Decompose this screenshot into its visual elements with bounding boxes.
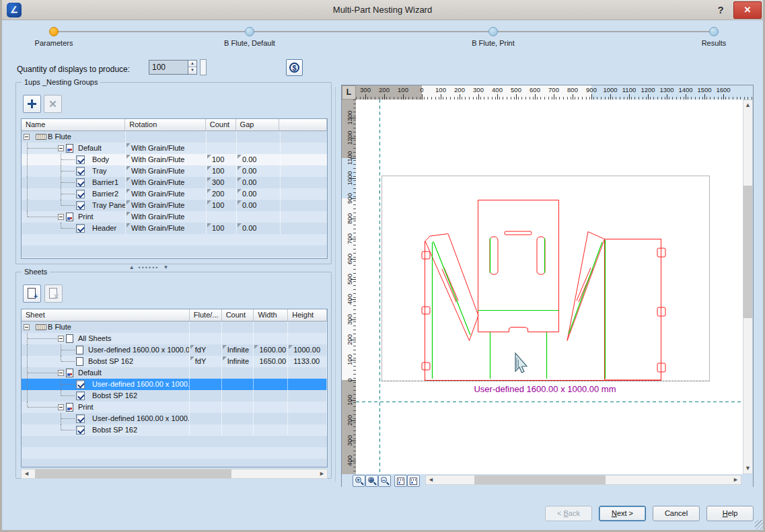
value-cell[interactable]: With Grain/Flute (126, 223, 207, 234)
scroll-right-icon[interactable]: ► (731, 476, 741, 484)
step-dot-bflute-default[interactable] (245, 27, 254, 36)
value-cell[interactable]: 1133.00 (288, 356, 327, 367)
value-cell[interactable] (237, 211, 281, 223)
value-cell[interactable]: fdY (190, 356, 222, 367)
help-button[interactable]: Help (706, 506, 754, 521)
scroll-left-icon[interactable]: ◄ (22, 469, 32, 478)
tree-expand-icon[interactable] (58, 214, 64, 220)
value-cell[interactable] (190, 424, 222, 436)
value-cell[interactable] (288, 321, 327, 333)
value-cell[interactable] (237, 143, 281, 154)
value-cell[interactable] (207, 131, 237, 143)
resize-grip[interactable] (755, 520, 764, 529)
value-cell[interactable]: With Grain/Flute (126, 200, 207, 211)
preview-hscrollbar[interactable]: ◄ ► (425, 475, 741, 485)
table-row[interactable]: Bobst SP 162 (22, 390, 327, 402)
table-row[interactable]: User-defined 1600.00 x 1000.00 mm (22, 413, 327, 424)
table-row[interactable]: Default (22, 367, 327, 379)
value-cell[interactable] (190, 321, 222, 333)
value-cell[interactable]: 0.00 (237, 177, 281, 188)
row-checkbox[interactable] (76, 380, 85, 389)
splitter-down-icon[interactable]: ▼ (163, 264, 168, 270)
value-cell[interactable] (254, 333, 288, 344)
value-cell[interactable]: With Grain/Flute (126, 143, 207, 154)
value-cell[interactable] (207, 211, 237, 223)
value-cell[interactable]: With Grain/Flute (126, 177, 207, 188)
tree-expand-icon[interactable] (58, 404, 64, 410)
value-cell[interactable] (254, 321, 288, 333)
table-row[interactable]: User-defined 1600.00 x 1000.00 mmfdYInfi… (22, 344, 327, 356)
column-header[interactable]: Count (206, 119, 236, 131)
value-cell[interactable]: 0.00 (237, 188, 281, 200)
value-cell[interactable]: Infinite (222, 356, 254, 367)
delete-group-button[interactable]: ✕ (44, 95, 62, 113)
value-cell[interactable]: 1600.00 (254, 344, 288, 356)
quantity-input[interactable]: 100 (149, 60, 188, 75)
table-row[interactable]: B Flute (22, 321, 327, 333)
cost-button[interactable]: $ (286, 59, 303, 76)
cancel-button[interactable]: Cancel (653, 506, 700, 521)
tree-expand-icon[interactable] (58, 336, 64, 342)
toggle-vertical-ruler-button[interactable] (394, 475, 407, 487)
add-group-button[interactable] (23, 95, 41, 113)
value-cell[interactable]: 1000.00 (288, 344, 327, 356)
table-row[interactable]: All Sheets (22, 333, 327, 344)
value-cell[interactable] (222, 402, 254, 413)
value-cell[interactable] (222, 424, 254, 436)
panel-splitter-horizontal[interactable]: ▲ •••••• ▼ (115, 264, 182, 270)
back-button[interactable]: < Back (545, 506, 592, 521)
scroll-right-icon[interactable]: ► (317, 469, 327, 478)
tree-expand-icon[interactable] (58, 145, 64, 151)
row-checkbox[interactable] (76, 414, 85, 423)
table-row[interactable]: Bobst SP 162 (22, 424, 327, 436)
table-row[interactable]: DefaultWith Grain/Flute (22, 143, 327, 154)
nesting-groups-table[interactable]: NameRotationCountGapB FluteDefaultWith G… (21, 118, 328, 259)
value-cell[interactable]: 100 (207, 165, 237, 177)
table-row[interactable]: PrintWith Grain/Flute (22, 211, 327, 223)
zoom-in-button[interactable]: + (353, 475, 365, 487)
column-header[interactable]: Flute/... (190, 309, 222, 321)
sheets-table-hscrollbar[interactable]: ◄ ► (21, 469, 328, 479)
value-cell[interactable] (190, 402, 222, 413)
row-checkbox[interactable] (76, 391, 85, 400)
toggle-horizontal-ruler-button[interactable] (407, 475, 420, 487)
step-dot-parameters[interactable] (49, 27, 59, 36)
table-row[interactable]: Tray PanelWith Grain/Flute1000.00 (22, 200, 327, 211)
row-checkbox[interactable] (76, 178, 85, 187)
help-titlebar-button[interactable]: ? (713, 2, 728, 18)
value-cell[interactable] (254, 379, 288, 390)
delete-sheet-button[interactable]: ✕ (44, 284, 63, 303)
scroll-down-icon[interactable]: ▼ (743, 463, 752, 473)
drawing-canvas[interactable]: User-defined 1600.00 x 1000.00 mm (356, 100, 743, 474)
value-cell[interactable]: 300 (207, 177, 237, 188)
preview-vscrollbar[interactable]: ▲ ▼ (743, 100, 753, 474)
value-cell[interactable] (288, 367, 327, 379)
table-row[interactable]: B Flute (22, 131, 327, 143)
value-cell[interactable]: 0.00 (237, 154, 281, 165)
value-cell[interactable]: Infinite (222, 344, 254, 356)
row-checkbox[interactable] (76, 426, 85, 434)
value-cell[interactable] (288, 390, 327, 402)
table-row[interactable]: User-defined 1600.00 x 1000.00 mm (22, 379, 327, 390)
value-cell[interactable] (254, 413, 288, 424)
value-cell[interactable] (222, 321, 254, 333)
value-cell[interactable]: With Grain/Flute (126, 154, 207, 165)
table-row[interactable]: Barrier2With Grain/Flute2000.00 (22, 188, 327, 200)
column-header[interactable]: Height (288, 309, 327, 321)
stepper-up-icon[interactable]: ▲ (188, 61, 196, 67)
close-button[interactable]: ✕ (733, 1, 762, 19)
table-row[interactable]: Bobst SP 162fdYInfinite1650.001133.00 (22, 356, 327, 367)
value-cell[interactable] (222, 413, 254, 424)
value-cell[interactable] (288, 333, 327, 344)
column-header[interactable]: Gap (236, 119, 280, 131)
value-cell[interactable]: 100 (207, 223, 237, 234)
row-checkbox[interactable] (76, 155, 85, 164)
value-cell[interactable] (222, 367, 254, 379)
value-cell[interactable]: fdY (190, 344, 222, 356)
column-header[interactable]: Name (22, 119, 125, 131)
value-cell[interactable] (254, 402, 288, 413)
sheets-table[interactable]: SheetFlute/...CountWidthHeightB FluteAll… (21, 309, 328, 467)
value-cell[interactable] (254, 390, 288, 402)
value-cell[interactable]: 0.00 (237, 165, 281, 177)
splitter-up-icon[interactable]: ▲ (129, 264, 135, 270)
